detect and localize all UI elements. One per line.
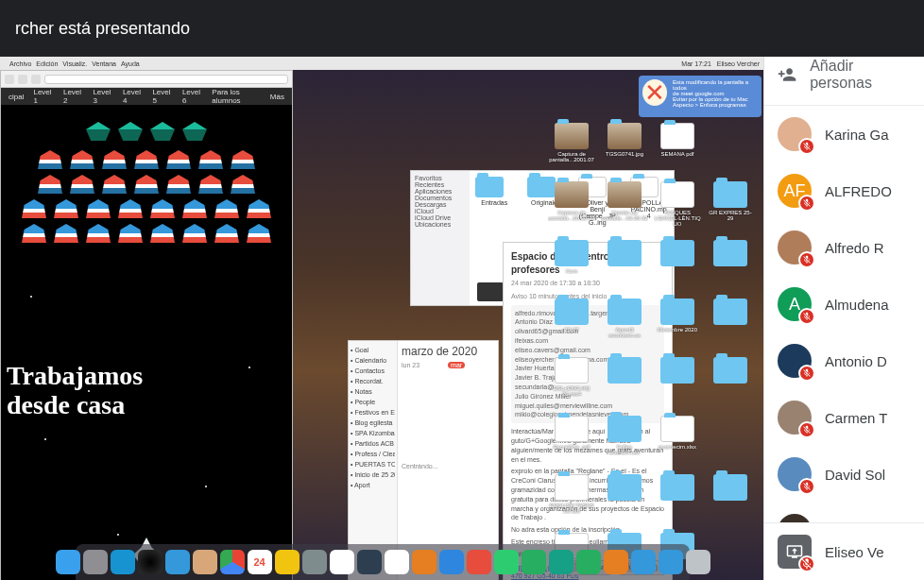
- dock-facetime-icon[interactable]: [494, 550, 519, 574]
- calendar-list-item[interactable]: • Blog egilesta: [351, 418, 395, 428]
- finder-item[interactable]: Entradas: [475, 177, 514, 226]
- dock-launchpad-icon[interactable]: [83, 550, 108, 574]
- dock-reminders-icon[interactable]: [385, 550, 409, 574]
- desktop-icon[interactable]: 20-27: [548, 299, 595, 353]
- nav-back-icon[interactable]: [5, 75, 14, 84]
- finder-sidebar-item[interactable]: iCloud: [415, 208, 466, 214]
- participant-row[interactable]: Alfredo R: [764, 219, 924, 276]
- dock-pages-icon[interactable]: [604, 550, 628, 574]
- level-tab[interactable]: Level 3: [93, 88, 112, 105]
- galaga-game-canvas[interactable]: Trabajamos desde casa: [1, 105, 292, 580]
- level-tab[interactable]: Level 5: [152, 88, 172, 105]
- desktop-icon[interactable]: SEMANA pdf: [654, 123, 701, 178]
- calendar-list-item[interactable]: • Inicio de 25 20: [351, 469, 395, 480]
- calendar-list-item[interactable]: • Calendario: [351, 355, 395, 366]
- dock-mail-icon[interactable]: [165, 550, 190, 574]
- dock-notes-icon[interactable]: [275, 550, 299, 574]
- dock-numbers-icon[interactable]: [576, 550, 601, 574]
- desktop-icon[interactable]: Apunt3 ycontenic.us: [601, 299, 648, 353]
- level-tab[interactable]: Level 4: [123, 88, 143, 105]
- menu-item[interactable]: Edición: [36, 60, 58, 67]
- desktop-icon[interactable]: Fulles econòm.ues: [601, 416, 648, 470]
- participant-row[interactable]: A Almudena: [764, 276, 924, 333]
- dock-photos-icon[interactable]: [330, 550, 354, 574]
- desktop-icon[interactable]: [601, 357, 648, 412]
- desktop-icon[interactable]: Curs: [548, 240, 595, 295]
- calendar-list-item[interactable]: • Goal: [351, 345, 395, 355]
- desktop-icon[interactable]: Diciembre 2020: [654, 299, 701, 353]
- calendar-list-item[interactable]: • Festivos en Esp..: [351, 407, 395, 418]
- finder-sidebar-item[interactable]: Ubicaciones: [415, 221, 466, 228]
- presenting-row[interactable]: Eliseo Ve: [764, 522, 924, 580]
- desktop-icon[interactable]: [601, 240, 648, 295]
- desktop-icon[interactable]: Captura de pantalla...20.30.32: [548, 181, 595, 236]
- desktop-icon[interactable]: [707, 474, 754, 529]
- calendar-list-item[interactable]: • PUERTAS TCE: [351, 459, 395, 469]
- menu-item[interactable]: Ventana: [92, 60, 116, 67]
- desktop-icon[interactable]: ENGLISH TASKS 1st pdf: [548, 474, 595, 529]
- finder-sidebar-item[interactable]: Aplicaciones: [415, 188, 466, 195]
- dock-chrome-icon[interactable]: [220, 550, 245, 574]
- calendar-list-item[interactable]: • SPA Kizomba: [351, 428, 395, 438]
- desktop-icon[interactable]: [654, 474, 701, 529]
- desktop-icon[interactable]: guarnecim.xlsx: [654, 416, 701, 470]
- dock-contacts-icon[interactable]: [193, 550, 217, 574]
- macos-dock[interactable]: 24: [76, 544, 690, 580]
- finder-sidebar-item[interactable]: iCloud Drive: [415, 214, 466, 221]
- dock-appstore-icon[interactable]: [439, 550, 464, 574]
- desktop-icon[interactable]: [707, 357, 754, 412]
- dock-settings-icon[interactable]: [302, 550, 327, 574]
- game-level-tabs[interactable]: cipalLevel 1Level 2Level 3Level 4Level 5…: [1, 88, 292, 105]
- dock-safari-icon[interactable]: [111, 550, 135, 574]
- calendar-list-item[interactable]: • Profess / Clean: [351, 449, 395, 459]
- participant-row[interactable]: Eliseo Ve: [764, 503, 924, 522]
- screentime-notification[interactable]: Esta modificando la pantalla a todos de …: [639, 76, 761, 117]
- desktop-icon[interactable]: Opción de pantalla...19.20.32: [601, 181, 648, 236]
- dock-keynote-icon[interactable]: [631, 550, 656, 574]
- calendar-list-item[interactable]: • Notas: [351, 386, 395, 397]
- level-tab[interactable]: Level 6: [182, 88, 202, 105]
- participant-row[interactable]: AF ALFREDO: [764, 162, 924, 219]
- dock-terminal-icon[interactable]: [357, 550, 382, 574]
- address-bar[interactable]: [44, 75, 288, 84]
- level-tab[interactable]: Para los alumnos: [212, 88, 260, 105]
- desktop-icon[interactable]: Captura de pantalla...2001.07: [548, 123, 595, 178]
- finder-sidebar-item[interactable]: Descargas: [415, 201, 466, 208]
- desktop-icon[interactable]: [707, 299, 754, 353]
- desktop-icon[interactable]: ESL+ENG.HQ 26.mp4: [548, 357, 595, 412]
- finder-sidebar-item[interactable]: Recientes: [415, 181, 466, 188]
- desktop-icon[interactable]: Escuellina .pdf: [548, 416, 595, 470]
- desktop-icon[interactable]: [654, 240, 701, 295]
- finder-sidebar-item[interactable]: Documentos: [415, 195, 466, 201]
- dock-finder-icon[interactable]: [56, 550, 80, 574]
- dock-itunes-icon[interactable]: [467, 550, 491, 574]
- calendar-list-item[interactable]: • People: [351, 397, 395, 407]
- dock-siri-icon[interactable]: [138, 550, 163, 574]
- desktop-icon[interactable]: [654, 357, 701, 412]
- calendar-list-item[interactable]: • Aport: [351, 480, 395, 490]
- dock-books-icon[interactable]: [412, 550, 436, 574]
- menu-item[interactable]: Ayuda: [121, 60, 140, 67]
- level-tab[interactable]: cipal: [9, 93, 24, 101]
- desktop-icon[interactable]: [707, 240, 754, 295]
- dock-trash-icon[interactable]: [686, 550, 710, 574]
- calendar-list-item[interactable]: • Recordat.: [351, 376, 395, 386]
- desktop-icons-grid[interactable]: Captura de pantalla...2001.07TGSG0741.jp…: [548, 123, 760, 542]
- menu-item[interactable]: Archivo: [9, 60, 31, 67]
- level-tab[interactable]: Level 2: [63, 88, 83, 105]
- level-tab[interactable]: Level 1: [33, 88, 53, 105]
- browser-window[interactable]: cipalLevel 1Level 2Level 3Level 4Level 5…: [0, 70, 293, 580]
- dock-maps-icon[interactable]: [549, 550, 573, 574]
- participant-row[interactable]: Carmen T: [764, 389, 924, 446]
- participant-row[interactable]: Karina Ga: [764, 106, 924, 162]
- desktop-icon[interactable]: TASQUES L'EXCEL·LÈN.TIQUO: [654, 181, 701, 236]
- finder-sidebar-item[interactable]: Favoritos: [415, 175, 466, 181]
- nav-fwd-icon[interactable]: [18, 75, 27, 84]
- dock-preview-icon[interactable]: [659, 550, 683, 574]
- desktop-icon[interactable]: TGSG0741.jpg: [601, 123, 648, 178]
- calendar-list-item[interactable]: • Contactos: [351, 366, 395, 376]
- level-tab[interactable]: Más: [270, 93, 284, 101]
- desktop-icon[interactable]: [601, 474, 648, 529]
- dock-calendar-icon[interactable]: 24: [248, 550, 272, 574]
- reload-icon[interactable]: [31, 75, 41, 84]
